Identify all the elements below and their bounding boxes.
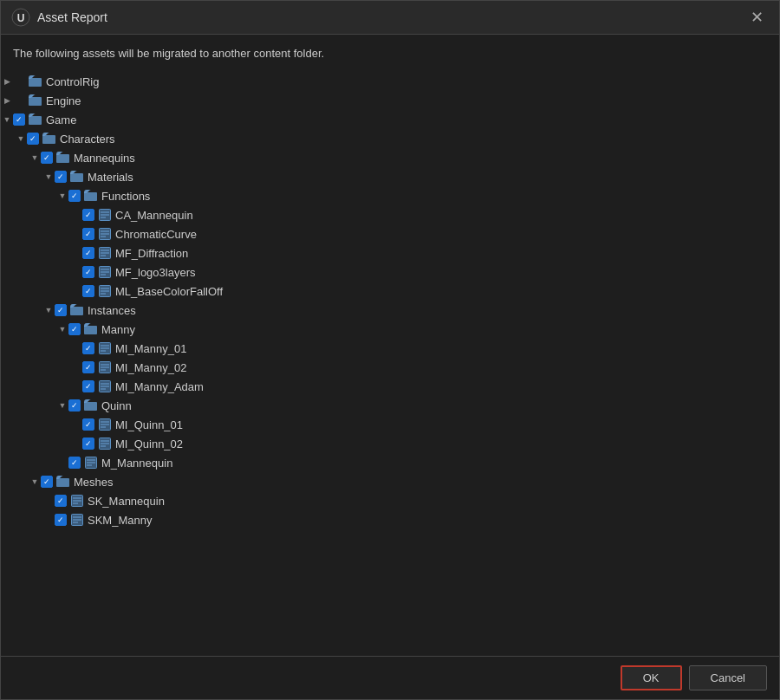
tree-row[interactable]: CA_Mannequin	[1, 205, 779, 224]
tree-checkbox[interactable]	[55, 171, 67, 183]
tree-row[interactable]: SKM_Manny	[1, 510, 779, 529]
asset-icon	[98, 266, 112, 278]
item-label: M_Mannequin	[101, 457, 172, 470]
footer: OK Cancel	[1, 656, 779, 699]
asset-icon	[98, 361, 112, 373]
expand-arrow[interactable]	[29, 153, 41, 162]
tree-checkbox[interactable]	[82, 438, 94, 450]
close-button[interactable]: ✕	[745, 8, 769, 27]
item-label: Functions	[101, 190, 150, 203]
tree-row[interactable]: MI_Manny_Adam	[1, 377, 779, 396]
item-label: MI_Manny_01	[115, 342, 186, 355]
asset-icon	[70, 514, 84, 526]
svg-rect-6	[56, 154, 69, 163]
tree-row[interactable]: Materials	[1, 167, 779, 186]
folder-icon	[29, 94, 42, 107]
tree-checkbox[interactable]	[82, 342, 94, 354]
tree-checkbox[interactable]	[68, 399, 81, 412]
tree-row[interactable]: Instances	[1, 301, 779, 320]
tree-row[interactable]: Characters	[1, 129, 779, 148]
tree-checkbox[interactable]	[82, 361, 94, 373]
tree-row[interactable]: MI_Quinn_01	[1, 415, 779, 434]
item-label: Meshes	[74, 476, 114, 489]
tree-checkbox[interactable]	[68, 457, 81, 469]
asset-icon	[98, 209, 112, 221]
cancel-button[interactable]: Cancel	[689, 665, 767, 690]
tree-row[interactable]: Mannequins	[1, 148, 779, 167]
tree-row[interactable]: Game	[1, 110, 779, 129]
tree-checkbox[interactable]	[82, 380, 94, 392]
asset-icon	[98, 228, 112, 240]
folder-icon	[84, 190, 98, 202]
folder-icon	[42, 133, 56, 145]
tree-row[interactable]: ChromaticCurve	[1, 224, 779, 243]
expand-arrow[interactable]	[56, 191, 68, 200]
tree-row[interactable]: Functions	[1, 186, 779, 205]
asset-icon	[84, 457, 98, 469]
expand-arrow[interactable]	[1, 115, 13, 124]
svg-rect-2	[29, 78, 42, 87]
tree-row[interactable]: ML_BaseColorFallOff	[1, 282, 779, 301]
expand-arrow[interactable]	[29, 477, 41, 486]
folder-icon	[70, 304, 84, 316]
tree-checkbox[interactable]	[68, 190, 81, 202]
title-bar: U Asset Report ✕	[1, 1, 779, 35]
tree-checkbox[interactable]	[82, 209, 94, 221]
item-label: SKM_Manny	[88, 514, 152, 527]
expand-arrow[interactable]	[15, 134, 27, 143]
ue-logo-icon: U	[11, 8, 30, 27]
item-label: MI_Quinn_01	[115, 418, 183, 431]
item-label: CA_Mannequin	[115, 209, 193, 222]
svg-rect-7	[70, 173, 83, 182]
item-label: Characters	[60, 133, 115, 146]
expand-arrow[interactable]	[56, 401, 68, 410]
tree-checkbox[interactable]	[13, 113, 25, 126]
tree-area: ControlRig Engine Game Characters Manneq…	[1, 68, 779, 656]
expand-arrow[interactable]	[1, 77, 13, 86]
ok-button[interactable]: OK	[621, 665, 682, 690]
tree-row[interactable]: MF_logo3layers	[1, 262, 779, 282]
expand-arrow[interactable]	[42, 306, 55, 314]
tree-row[interactable]: Manny	[1, 320, 779, 339]
tree-row[interactable]: Quinn	[1, 396, 779, 415]
svg-rect-5	[42, 135, 55, 144]
folder-icon	[56, 476, 70, 488]
tree-checkbox[interactable]	[82, 247, 94, 259]
item-label: MF_logo3layers	[115, 266, 196, 279]
expand-arrow[interactable]	[1, 96, 13, 105]
expand-arrow[interactable]	[42, 172, 55, 181]
tree-checkbox[interactable]	[41, 476, 53, 488]
tree-checkbox[interactable]	[68, 323, 81, 335]
tree-checkbox[interactable]	[82, 418, 94, 431]
tree-checkbox[interactable]	[82, 266, 94, 278]
item-label: ControlRig	[46, 75, 99, 88]
tree-checkbox[interactable]	[82, 228, 94, 240]
tree-row[interactable]: ControlRig	[1, 72, 779, 91]
tree-row[interactable]: M_Mannequin	[1, 453, 779, 472]
tree-row[interactable]: MF_Diffraction	[1, 243, 779, 262]
expand-arrow[interactable]	[56, 325, 68, 334]
tree-row[interactable]: MI_Manny_02	[1, 358, 779, 377]
item-label: Game	[46, 113, 76, 126]
tree-row[interactable]: Engine	[1, 91, 779, 110]
tree-row[interactable]: Meshes	[1, 472, 779, 491]
svg-rect-4	[29, 116, 42, 125]
tree-row[interactable]: MI_Manny_01	[1, 339, 779, 358]
description-text: The following assets will be migrated to…	[1, 35, 779, 68]
dialog-title: Asset Report	[37, 10, 107, 24]
tree-checkbox[interactable]	[27, 133, 39, 145]
asset-icon	[98, 342, 112, 354]
asset-icon	[98, 285, 112, 297]
tree-checkbox[interactable]	[41, 152, 53, 164]
item-label: Materials	[88, 171, 133, 184]
folder-icon	[29, 75, 42, 88]
tree-row[interactable]: MI_Quinn_02	[1, 434, 779, 453]
tree-checkbox[interactable]	[82, 285, 94, 297]
tree-checkbox[interactable]	[55, 304, 67, 316]
tree-row[interactable]: SK_Mannequin	[1, 491, 779, 510]
svg-rect-56	[56, 478, 69, 487]
folder-icon	[29, 113, 42, 126]
tree-checkbox[interactable]	[55, 514, 67, 526]
tree-checkbox[interactable]	[55, 495, 67, 507]
item-label: MI_Quinn_02	[115, 438, 183, 450]
